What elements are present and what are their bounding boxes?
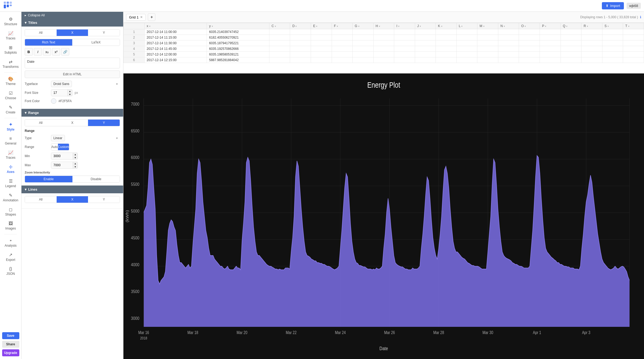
cell-y[interactable]: 6182.405506270921 [207,35,269,40]
sidebar-item-subplots[interactable]: ⊞ Subplots [0,43,21,57]
col-header-q[interactable]: Q ▾ [561,23,581,29]
sidebar-item-shapes[interactable]: ◻ Shapes [0,205,21,219]
sidebar-label-images: Images [1,227,20,230]
tab-titles-all[interactable]: All [25,29,57,36]
cell-y[interactable]: 6035.198580539121 [207,52,269,57]
sidebar-item-annotation[interactable]: ✎ Annotation [0,191,21,204]
col-header-s[interactable]: S ▾ [602,23,623,29]
col-header-x[interactable]: x ▾ [144,23,207,29]
min-down[interactable]: ▼ [73,156,78,159]
tab-titles-x[interactable]: X [57,29,88,36]
font-size-input[interactable] [51,90,67,96]
tab-latex[interactable]: LaTeX [72,39,120,46]
col-header-m[interactable]: M ▾ [477,23,498,29]
upgrade-button[interactable]: Upgrade [2,349,19,356]
sidebar-item-images[interactable]: 🖼 Images [0,219,21,232]
bold-button[interactable]: B [25,48,33,55]
superscript-button[interactable]: x² [52,48,60,55]
grid-tab-1[interactable]: Grid 1 ✕ [126,14,146,21]
col-header-r[interactable]: R ▾ [581,23,602,29]
tab-range-all[interactable]: All [25,120,57,126]
cell-y[interactable]: 6035.187941795221 [207,40,269,46]
cell-x[interactable]: 2017-12-14 12:15:00 [144,57,207,63]
sidebar-item-axes[interactable]: ⊹ Axes [0,162,21,176]
svg-text:7000: 7000 [131,101,139,106]
tab-range-x[interactable]: X [57,120,88,126]
custom-button[interactable]: Custom [58,144,69,150]
typeface-select[interactable]: Droid Sans [51,81,72,87]
sidebar-item-export[interactable]: ↗ Export [0,250,21,264]
zoom-enable-button[interactable]: Enable [25,176,72,182]
col-header-l[interactable]: L ▾ [456,23,477,29]
min-input[interactable] [51,153,73,159]
lines-section-header[interactable]: ▾ Lines [21,186,123,193]
max-up[interactable]: ▲ [73,162,78,165]
cell-empty [540,57,561,63]
font-color-swatch[interactable] [51,98,56,104]
col-header-d[interactable]: D ▾ [290,23,311,29]
col-header-o[interactable]: O ▾ [519,23,540,29]
tab-lines-y[interactable]: Y [88,196,120,203]
col-header-c[interactable]: C ▾ [269,23,290,29]
cell-x[interactable]: 2017-12-14 12:00:00 [144,52,207,57]
col-header-h[interactable]: H ▾ [373,23,394,29]
tab-titles-y[interactable]: Y [88,29,120,36]
type-select[interactable]: Linear [51,135,65,141]
sidebar-item-json[interactable]: {} JSON [0,264,21,278]
sidebar-item-structure[interactable]: ⚙ Structure [0,14,21,28]
import-icon: ⬆ [606,4,609,8]
font-size-down[interactable]: ▼ [67,93,72,96]
grid-add-button[interactable]: + [148,13,155,21]
sidebar-item-traces-1[interactable]: 📈 Traces [0,29,21,42]
cell-empty [477,40,498,46]
col-header-t[interactable]: T ▾ [623,23,644,29]
max-input[interactable] [51,162,73,168]
cell-x[interactable]: 2017-12-14 11:15:00 [144,35,207,40]
tab-rich-text[interactable]: Rich Text [25,39,72,46]
tab-range-y[interactable]: Y [88,120,120,126]
import-button[interactable]: ⬆ Import [602,2,624,9]
tab-lines-all[interactable]: All [25,196,57,203]
share-button[interactable]: Share [2,341,19,348]
col-header-f[interactable]: F ▾ [332,23,353,29]
sidebar-item-theme[interactable]: 🎨 Theme [0,74,21,88]
sidebar-item-transforms[interactable]: ⇄ Transforms [0,57,21,71]
tab-lines-x[interactable]: X [57,196,88,203]
grid-tab-close[interactable]: ✕ [140,15,143,19]
col-header-n[interactable]: N ▾ [498,23,519,29]
cell-y[interactable]: 6035.214039747452 [207,29,269,35]
sidebar-item-choose[interactable]: ☑ Choose [0,88,21,102]
collapse-all-bar[interactable]: ▸ Collapse All [21,12,123,19]
auto-button[interactable]: Auto [51,144,58,150]
col-header-j[interactable]: J ▾ [415,23,436,29]
col-header-k[interactable]: K ▾ [436,23,457,29]
sidebar-item-create[interactable]: ✎ Create [0,103,21,116]
save-button[interactable]: Save [2,332,19,339]
cell-x[interactable]: 2017-12-14 11:30:00 [144,40,207,46]
font-size-up[interactable]: ▲ [67,90,72,93]
min-up[interactable]: ▲ [73,153,78,156]
col-header-y[interactable]: y ▾ [207,23,269,29]
col-header-p[interactable]: P ▾ [540,23,561,29]
cell-y[interactable]: 6035.192570862666 [207,46,269,52]
cell-y[interactable]: 5887.985281884042 [207,57,269,63]
link-button[interactable]: 🔗 [61,48,69,55]
italic-button[interactable]: I [34,48,42,55]
col-header-g[interactable]: G ▾ [353,23,374,29]
title-input[interactable]: Date [25,58,120,68]
titles-section-header[interactable]: ▾ Titles [21,19,123,27]
range-section-header[interactable]: ▾ Range [21,109,123,117]
sidebar-item-general[interactable]: ≡ General [0,134,21,147]
cell-x[interactable]: 2017-12-14 11:00:00 [144,29,207,35]
subscript-button[interactable]: x₂ [43,48,51,55]
cell-x[interactable]: 2017-12-14 11:45:00 [144,46,207,52]
zoom-disable-button[interactable]: Disable [72,176,120,182]
sidebar-item-analysis[interactable]: ⁍ Analysis [0,236,21,250]
max-down[interactable]: ▼ [73,165,78,168]
col-header-i[interactable]: I ▾ [394,23,415,29]
sidebar-item-traces-2[interactable]: 📈 Traces [0,148,21,162]
col-header-e[interactable]: E ▾ [311,23,332,29]
edit-html-button[interactable]: Edit in HTML [25,71,120,78]
sidebar-item-style[interactable]: ✦ Style [0,120,21,134]
sidebar-item-legend[interactable]: ☰ Legend [0,176,21,190]
